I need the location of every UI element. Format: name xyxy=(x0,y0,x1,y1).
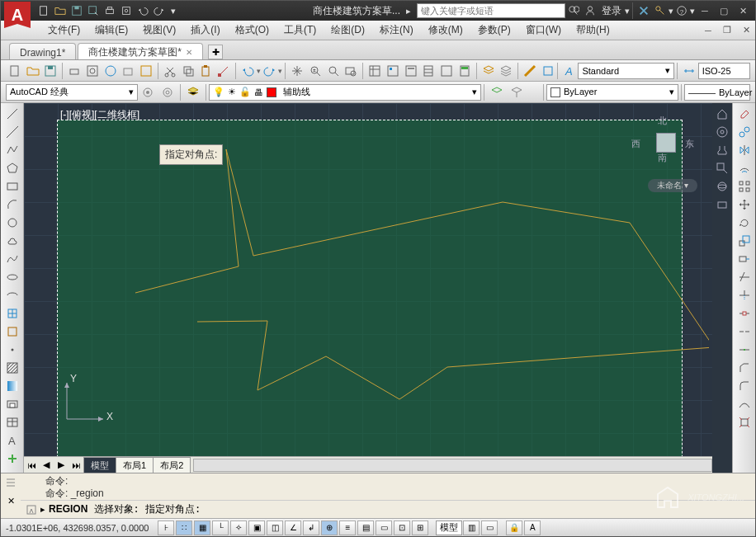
sb-qp-icon[interactable]: ▭ xyxy=(376,521,392,535)
key-icon[interactable] xyxy=(653,3,668,18)
layer-combo[interactable]: 💡 ☀ 🔓 🖶 辅助线 ▾ xyxy=(209,84,481,101)
ws-gear-icon[interactable] xyxy=(139,83,157,101)
undo-more-icon[interactable]: ▾ xyxy=(257,67,261,75)
sb-qv-icon[interactable]: ▭ xyxy=(481,521,498,535)
nav-pan-icon[interactable] xyxy=(713,142,731,158)
menu-view[interactable]: 视图(V) xyxy=(135,23,183,37)
maximize-icon[interactable]: ▢ xyxy=(715,4,733,17)
nav-showmotion-icon[interactable] xyxy=(713,196,731,213)
polygon-icon[interactable] xyxy=(3,160,21,177)
menu-tools[interactable]: 工具(T) xyxy=(276,23,324,37)
minimize-icon[interactable]: ─ xyxy=(696,4,714,17)
save-icon[interactable] xyxy=(69,3,84,18)
sb-am-icon[interactable]: ⊞ xyxy=(412,521,428,535)
tb-tpalette-icon[interactable] xyxy=(403,62,419,80)
sb-grid-icon[interactable]: ▦ xyxy=(194,521,210,535)
sb-snap-icon[interactable]: ∷ xyxy=(176,521,192,535)
search-input[interactable] xyxy=(417,3,565,18)
tb-dimstyle-icon[interactable] xyxy=(681,62,697,80)
xline-icon[interactable] xyxy=(3,124,21,140)
tb-redo-icon[interactable] xyxy=(262,62,278,80)
cmd-expand-icon[interactable]: ▸ xyxy=(40,504,45,515)
doc-tab-2[interactable]: 商住楼建筑方案草图*✕ xyxy=(78,43,203,59)
doc-close-icon[interactable]: ✕ xyxy=(737,24,755,37)
textstyle-combo[interactable]: Standard▾ xyxy=(578,63,674,79)
layout-model[interactable]: 模型 xyxy=(83,457,116,473)
copy2-icon[interactable] xyxy=(735,124,754,140)
laystate-icon[interactable] xyxy=(488,83,506,101)
viewport-label[interactable]: [-][俯视][二维线框] xyxy=(60,108,139,122)
blend-icon[interactable] xyxy=(735,396,754,412)
new-icon[interactable] xyxy=(36,3,51,18)
sb-ducs-icon[interactable]: ↲ xyxy=(303,521,319,535)
menu-file[interactable]: 文件(F) xyxy=(40,23,87,37)
sb-annoscale-icon[interactable]: 🔒 xyxy=(506,521,522,535)
tb-measure-icon[interactable] xyxy=(522,62,538,80)
nav-wheel-icon[interactable] xyxy=(713,124,731,140)
makeblock-icon[interactable] xyxy=(3,323,21,340)
command-input-row[interactable]: ▸ REGION REGION 选择对象: 指定对角点:选择对象: 指定对角点: xyxy=(21,500,755,518)
ltype-combo[interactable]: ———ByLayer xyxy=(684,84,750,101)
tb-3dprint-icon[interactable] xyxy=(120,62,136,80)
search-icon[interactable] xyxy=(566,3,581,18)
mtext-icon[interactable]: A xyxy=(3,432,21,449)
tb-layersmg-icon[interactable] xyxy=(498,62,514,80)
sb-sc-icon[interactable]: ⊡ xyxy=(394,521,410,535)
color-combo[interactable]: ByLayer▾ xyxy=(546,84,678,101)
addsel-icon[interactable] xyxy=(3,450,21,467)
tb-pan-icon[interactable] xyxy=(289,62,305,80)
tb-markup-icon[interactable] xyxy=(438,62,455,80)
tb-copy-icon[interactable] xyxy=(180,62,196,80)
table-icon[interactable] xyxy=(3,414,21,431)
layermgr-icon[interactable] xyxy=(184,83,202,101)
tb-prop-icon[interactable] xyxy=(366,62,383,80)
hatch-icon[interactable] xyxy=(3,360,21,376)
layout-2[interactable]: 布局2 xyxy=(153,457,191,473)
sb-tpy-icon[interactable]: ▤ xyxy=(357,521,374,535)
tb-calc-icon[interactable] xyxy=(456,62,473,80)
title-chevron-icon[interactable]: ▸ xyxy=(401,3,416,18)
menu-help[interactable]: 帮助(H) xyxy=(569,23,617,37)
tb-preview-icon[interactable] xyxy=(84,62,101,80)
tb-match-icon[interactable] xyxy=(215,62,232,80)
chamfer-icon[interactable] xyxy=(735,360,754,376)
insert-icon[interactable] xyxy=(3,305,21,322)
nav-home-icon[interactable] xyxy=(713,106,731,122)
tb-zoom-win-icon[interactable] xyxy=(325,62,342,80)
sb-3dosnap-icon[interactable]: ◫ xyxy=(267,521,283,535)
cmd-recent-icon[interactable] xyxy=(26,504,37,516)
sb-layout-icon[interactable]: ▥ xyxy=(463,521,480,535)
menu-draw[interactable]: 绘图(D) xyxy=(324,23,372,37)
region-icon[interactable] xyxy=(3,396,21,412)
tb-open-icon[interactable] xyxy=(25,62,41,80)
scale-icon[interactable] xyxy=(735,233,754,249)
print-icon[interactable] xyxy=(102,3,117,18)
laypick-icon[interactable] xyxy=(508,83,526,101)
break2-icon[interactable] xyxy=(735,323,754,340)
line-icon[interactable] xyxy=(3,106,21,122)
fillet-icon[interactable] xyxy=(735,378,754,394)
nav-zoom-icon[interactable] xyxy=(713,160,731,177)
saveas-icon[interactable] xyxy=(86,3,101,18)
cmd-history-icon[interactable] xyxy=(2,474,20,491)
doc-tab-1[interactable]: Drawing1* xyxy=(9,43,76,59)
extend-icon[interactable] xyxy=(735,287,754,304)
tb-layers-icon[interactable] xyxy=(480,62,497,80)
print-preview-icon[interactable] xyxy=(119,3,134,18)
tab-close-icon[interactable]: ✕ xyxy=(186,48,192,57)
qat-more-icon[interactable]: ▾ xyxy=(168,3,178,18)
lt-first-icon[interactable]: ⏮ xyxy=(25,459,38,472)
dimstyle-combo[interactable]: ISO-25 xyxy=(698,63,750,79)
exchange-icon[interactable] xyxy=(636,3,651,18)
erase-icon[interactable] xyxy=(735,106,754,122)
tb-zoom-rt-icon[interactable]: ± xyxy=(307,62,324,80)
menu-param[interactable]: 参数(P) xyxy=(470,23,518,37)
doc-restore-icon[interactable]: ❐ xyxy=(718,24,736,37)
arc-icon[interactable] xyxy=(3,196,21,213)
cmd-close-icon[interactable]: ✕ xyxy=(2,492,20,509)
tb-zoom-prev-icon[interactable] xyxy=(343,62,360,80)
mirror-icon[interactable] xyxy=(735,142,754,158)
pline-icon[interactable] xyxy=(3,142,21,158)
tb-new-icon[interactable] xyxy=(7,62,23,80)
open-icon[interactable] xyxy=(53,3,68,18)
